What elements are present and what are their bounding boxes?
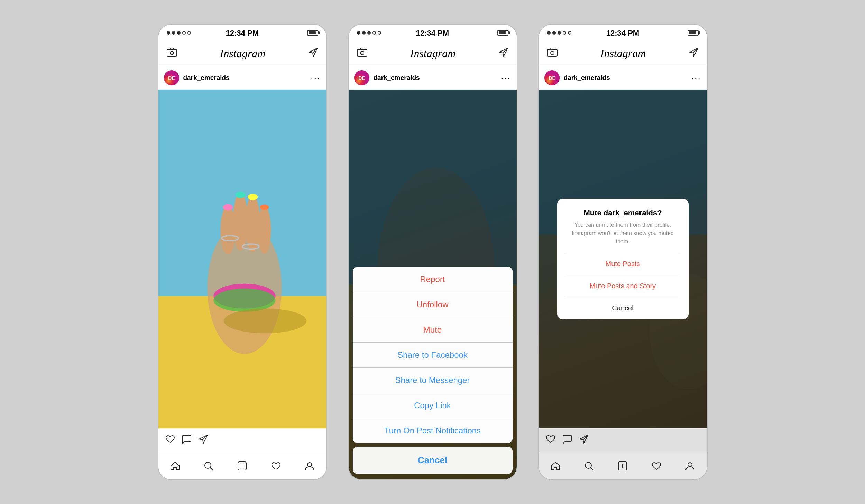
dot4 — [182, 31, 186, 35]
svg-point-30 — [360, 51, 364, 55]
phone-3: 12:34 PM Instagram — [538, 24, 708, 480]
comment-icon-3[interactable] — [562, 435, 572, 446]
battery-2 — [497, 30, 508, 36]
home-tab-3[interactable] — [547, 457, 564, 475]
copy-link-button[interactable]: Copy Link — [353, 393, 513, 418]
share-icon[interactable] — [199, 434, 208, 446]
post-notifications-button[interactable]: Turn On Post Notifications — [353, 418, 513, 443]
avatar-3[interactable]: DE — [544, 70, 560, 85]
share-messenger-button[interactable]: Share to Messenger — [353, 368, 513, 393]
send-icon-2[interactable] — [499, 47, 508, 59]
dot3-1 — [547, 31, 551, 35]
svg-point-21 — [224, 308, 306, 333]
svg-rect-29 — [357, 49, 367, 56]
add-tab-3[interactable] — [614, 457, 631, 475]
app-title-2: Instagram — [410, 47, 456, 60]
svg-rect-0 — [167, 49, 177, 56]
dot5 — [187, 31, 191, 35]
svg-text:DE: DE — [549, 75, 555, 81]
username-3[interactable]: dark_emeralds — [564, 74, 691, 82]
mute-dialog-title: Mute dark_emeralds? — [565, 208, 680, 217]
tab-bar-3 — [539, 452, 707, 479]
more-button-2[interactable]: ··· — [501, 73, 511, 83]
username-2[interactable]: dark_emeralds — [374, 74, 501, 82]
dot2-1 — [357, 31, 360, 35]
post-actions-1 — [158, 428, 326, 452]
profile-tab-3[interactable] — [681, 457, 699, 475]
svg-text:DE: DE — [168, 75, 175, 81]
username-1[interactable]: dark_emeralds — [183, 74, 311, 82]
dot3-5 — [568, 31, 571, 35]
avatar-1[interactable]: DE — [164, 70, 179, 85]
unfollow-button[interactable]: Unfollow — [353, 292, 513, 317]
status-bar-3: 12:34 PM — [539, 25, 707, 41]
status-bar-1: 12:34 PM — [158, 25, 326, 41]
like-icon[interactable] — [165, 435, 175, 446]
heart-tab-3[interactable] — [648, 457, 665, 475]
share-facebook-button[interactable]: Share to Facebook — [353, 343, 513, 368]
profile-tab[interactable] — [301, 457, 318, 475]
status-bar-2: 12:34 PM — [349, 25, 517, 41]
svg-point-15 — [223, 204, 233, 211]
nav-bar-3: Instagram — [539, 41, 707, 66]
svg-point-18 — [260, 204, 269, 210]
mute-dialog-actions: Mute Posts Mute Posts and Story Cancel — [565, 253, 680, 319]
add-tab[interactable] — [233, 457, 251, 475]
phone-2: 12:34 PM Instagram — [348, 24, 517, 480]
app-title-1: Instagram — [220, 47, 266, 60]
mute-cancel-button[interactable]: Cancel — [565, 297, 680, 319]
svg-point-39 — [551, 51, 554, 55]
post-header-3: DE dark_emeralds ··· — [539, 66, 707, 90]
mute-posts-story-button[interactable]: Mute Posts and Story — [565, 275, 680, 297]
share-icon-3[interactable] — [579, 434, 589, 446]
svg-line-24 — [210, 468, 213, 470]
signal-dots-2 — [357, 31, 381, 35]
action-sheet-items: Report Unfollow Mute Share to Facebook S… — [353, 267, 513, 443]
status-right-1 — [307, 30, 318, 36]
search-tab[interactable] — [200, 457, 217, 475]
send-icon-3[interactable] — [689, 47, 699, 59]
more-button-1[interactable]: ··· — [311, 73, 321, 83]
svg-rect-31 — [360, 48, 364, 50]
svg-text:DE: DE — [358, 75, 365, 81]
status-right-2 — [497, 30, 508, 36]
dot2-5 — [378, 31, 381, 35]
bg-content-2: Report Unfollow Mute Share to Facebook S… — [349, 90, 517, 479]
status-right-3 — [688, 30, 699, 36]
dot2-3 — [367, 31, 371, 35]
svg-point-1 — [170, 51, 174, 55]
svg-rect-38 — [547, 49, 557, 56]
mute-button[interactable]: Mute — [353, 317, 513, 343]
bg-content-3: Mute dark_emeralds? You can unmute them … — [539, 90, 707, 428]
status-time-2: 12:34 PM — [416, 29, 449, 38]
report-button[interactable]: Report — [353, 267, 513, 292]
post-actions-3 — [539, 428, 707, 452]
svg-point-17 — [248, 194, 258, 200]
svg-point-9 — [220, 205, 235, 255]
send-icon[interactable] — [309, 47, 318, 59]
mute-dialog-description: You can unmute them from their profile. … — [565, 221, 680, 246]
search-tab-3[interactable] — [580, 457, 598, 475]
dot2 — [172, 31, 175, 35]
comment-icon[interactable] — [182, 435, 192, 446]
cancel-button-2[interactable]: Cancel — [353, 447, 513, 474]
camera-icon-3[interactable] — [547, 48, 558, 59]
phone-1: 12:34 PM Instagram — [158, 24, 327, 480]
signal-dots-3 — [547, 31, 571, 35]
battery-fill-2 — [499, 31, 506, 34]
more-button-3[interactable]: ··· — [691, 73, 701, 83]
status-time-3: 12:34 PM — [606, 29, 639, 38]
avatar-2[interactable]: DE — [354, 70, 369, 85]
like-icon-3[interactable] — [546, 435, 555, 446]
battery-fill-1 — [309, 31, 316, 34]
camera-icon-2[interactable] — [357, 48, 367, 59]
dot3-2 — [552, 31, 556, 35]
action-sheet: Report Unfollow Mute Share to Facebook S… — [353, 267, 513, 474]
heart-tab[interactable] — [267, 457, 285, 475]
camera-icon[interactable] — [167, 48, 177, 59]
post-image-1 — [158, 90, 326, 428]
post-header-2: DE dark_emeralds ··· — [349, 66, 517, 90]
mute-posts-button[interactable]: Mute Posts — [565, 253, 680, 275]
home-tab[interactable] — [166, 457, 184, 475]
svg-point-28 — [307, 463, 312, 467]
